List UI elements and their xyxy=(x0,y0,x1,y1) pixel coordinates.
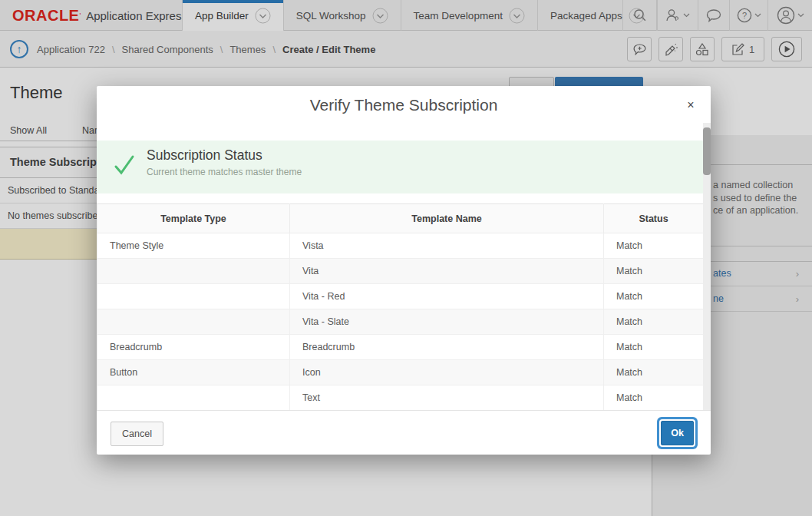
cell-template-type xyxy=(97,284,290,309)
dialog-title: Verify Theme Subscription xyxy=(97,86,711,124)
cell-template-type xyxy=(97,309,290,335)
close-icon[interactable]: × xyxy=(683,98,698,113)
cell-status: Match xyxy=(604,335,704,360)
table-row: Vita - Red Match xyxy=(97,284,704,309)
table-header-row: Template Type Template Name Status xyxy=(97,204,704,233)
cell-status: Match xyxy=(604,284,704,309)
cell-template-type: Theme Style xyxy=(97,233,290,259)
check-icon xyxy=(113,154,136,177)
column-header-template-name: Template Name xyxy=(290,204,604,233)
template-verification-table: Template Type Template Name Status Theme… xyxy=(97,203,704,410)
cell-template-name: Vista xyxy=(290,233,604,259)
cell-template-name: Text xyxy=(290,385,604,411)
scrollbar-track[interactable] xyxy=(703,123,711,410)
cell-status: Match xyxy=(604,309,704,335)
ok-button[interactable]: Ok xyxy=(661,421,694,445)
table-row: Vita - Slate Match xyxy=(97,309,704,335)
cell-status: Match xyxy=(604,233,704,259)
cell-template-name: Vita - Red xyxy=(290,284,604,309)
cell-status: Match xyxy=(604,259,704,284)
cell-status: Match xyxy=(604,385,704,411)
cancel-button[interactable]: Cancel xyxy=(111,422,163,446)
cell-template-type xyxy=(97,259,290,284)
dialog-header: Verify Theme Subscription × xyxy=(97,86,711,123)
status-title: Subscription Status xyxy=(147,147,262,164)
table-row: Button Icon Match xyxy=(97,360,704,385)
table-row: Vita Match xyxy=(97,259,704,284)
cell-template-type xyxy=(97,385,290,411)
column-header-status: Status xyxy=(604,204,704,233)
apex-app: ORACLE' Application Express App Builder … xyxy=(0,0,812,516)
subscription-status-panel: Subscription Status Current theme matche… xyxy=(97,141,703,194)
table-row: Theme Style Vista Match xyxy=(97,233,704,259)
scrollbar-thumb[interactable] xyxy=(703,127,711,175)
dialog-footer: Cancel Ok xyxy=(97,410,711,455)
cell-template-type: Button xyxy=(97,360,290,385)
cell-template-type: Breadcrumb xyxy=(97,335,290,360)
cell-template-name: Vita - Slate xyxy=(290,309,604,335)
cell-template-name: Icon xyxy=(290,360,604,385)
dialog-scroll-area: Subscription Status Current theme matche… xyxy=(97,123,711,410)
cell-status: Match xyxy=(604,360,704,385)
status-subtitle: Current theme matches master theme xyxy=(147,167,302,177)
table-row: Breadcrumb Breadcrumb Match xyxy=(97,335,704,360)
cell-template-name: Vita xyxy=(290,259,604,284)
cell-template-name: Breadcrumb xyxy=(290,335,604,360)
table-row: Text Match xyxy=(97,385,704,411)
verify-theme-subscription-dialog: Verify Theme Subscription × Subscription… xyxy=(97,86,711,455)
column-header-template-type: Template Type xyxy=(97,204,290,233)
